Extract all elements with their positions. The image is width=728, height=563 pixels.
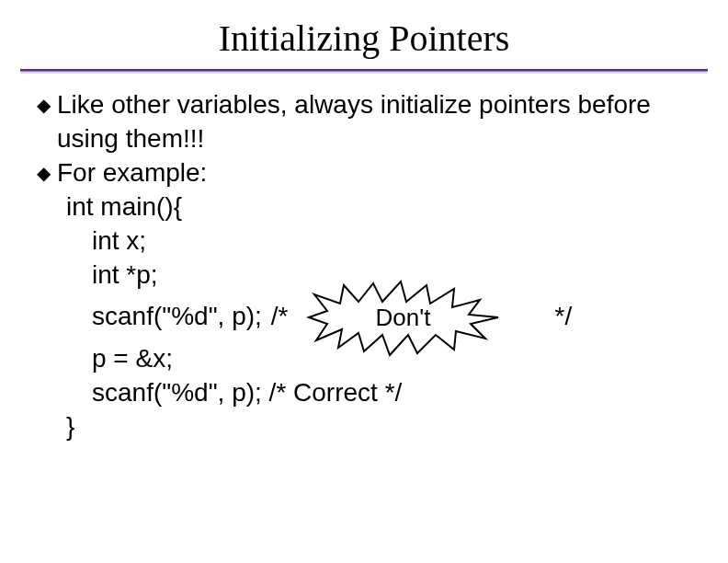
code-line: scanf("%d", p); /* Correct */ (37, 376, 691, 410)
bullet-diamond-icon: ◆ (37, 156, 57, 190)
bullet-diamond-icon: ◆ (37, 88, 57, 121)
starburst-text: Don't (298, 278, 509, 357)
comment-close: */ (555, 300, 573, 334)
code-line: int main(){ (37, 190, 691, 224)
slide-title: Initializing Pointers (0, 0, 728, 69)
slide: Initializing Pointers ◆ Like other varia… (0, 0, 728, 563)
code-line: } (37, 410, 691, 444)
bullet-item: ◆ For example: (37, 156, 691, 190)
bullet-item: ◆ Like other variables, always initializ… (37, 88, 691, 156)
bullet-text: Like other variables, always initialize … (57, 88, 691, 156)
code-fragment: scanf("%d", p); (92, 300, 262, 334)
slide-content: ◆ Like other variables, always initializ… (0, 72, 728, 444)
comment-open: /* (271, 300, 289, 334)
code-line: scanf("%d", p); /* Don't */ (37, 293, 691, 342)
starburst-callout: Don't (298, 278, 509, 357)
bullet-text: For example: (57, 156, 691, 190)
code-line: int x; (37, 224, 691, 259)
